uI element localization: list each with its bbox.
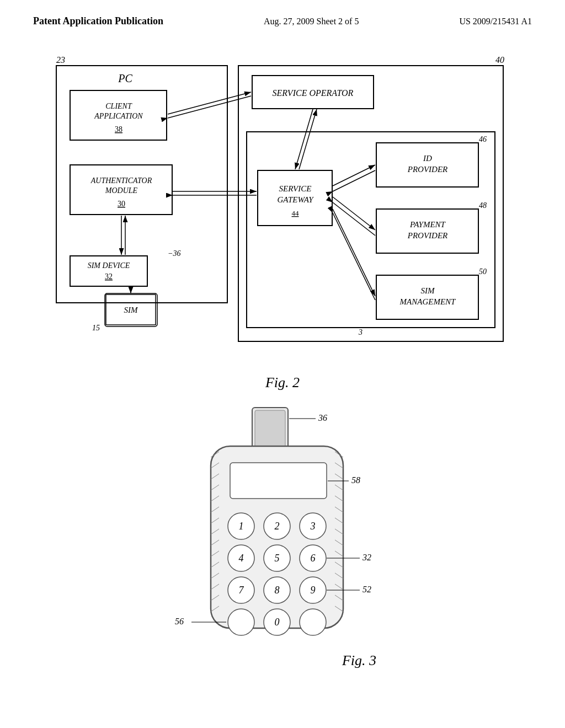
svg-text:56: 56: [175, 617, 184, 626]
svg-text:50: 50: [479, 267, 487, 276]
svg-text:AUTHENTICATOR: AUTHENTICATOR: [90, 176, 152, 185]
svg-text:23: 23: [56, 55, 65, 65]
svg-text:52: 52: [363, 585, 371, 594]
svg-text:1: 1: [239, 521, 244, 532]
publication-date: Aug. 27, 2009 Sheet 2 of 5: [264, 17, 359, 26]
svg-text:APPLICATION: APPLICATION: [94, 112, 143, 120]
svg-text:40: 40: [495, 55, 504, 65]
svg-rect-94: [230, 463, 327, 499]
svg-text:SIM DEVICE: SIM DEVICE: [88, 261, 130, 270]
svg-text:SERVICE OPERATOR: SERVICE OPERATOR: [273, 88, 354, 98]
publication-number: US 2009/215431 A1: [459, 17, 532, 26]
svg-text:36: 36: [318, 413, 327, 422]
svg-text:3: 3: [358, 328, 363, 336]
svg-text:30: 30: [118, 200, 125, 208]
svg-line-49: [333, 170, 375, 191]
page-header: Patent Application Publication Aug. 27, …: [0, 0, 565, 33]
svg-text:0: 0: [275, 617, 280, 628]
svg-text:32: 32: [105, 272, 113, 281]
fig2-diagram: PC 23 CLIENT APPLICATION 38 AUTHENTICATO…: [40, 49, 525, 369]
svg-line-53: [333, 213, 375, 300]
svg-text:PC: PC: [118, 72, 132, 84]
svg-text:48: 48: [479, 201, 487, 210]
svg-text:38: 38: [115, 125, 122, 133]
svg-line-46: [295, 109, 313, 169]
svg-text:44: 44: [292, 209, 300, 217]
fig3-label: Fig. 3: [342, 652, 376, 668]
svg-text:58: 58: [351, 475, 360, 485]
svg-text:46: 46: [479, 135, 487, 143]
fig2-label: Fig. 2: [33, 374, 532, 391]
svg-text:15: 15: [92, 324, 100, 332]
svg-rect-24: [247, 132, 495, 328]
svg-text:5: 5: [275, 553, 280, 564]
svg-line-48: [333, 165, 375, 186]
svg-rect-11: [70, 256, 147, 286]
svg-text:32: 32: [362, 553, 371, 562]
svg-line-51: [333, 202, 375, 235]
fig2-svg: PC 23 CLIENT APPLICATION 38 AUTHENTICATO…: [40, 49, 525, 369]
svg-text:7: 7: [239, 585, 244, 596]
svg-text:SIM: SIM: [421, 286, 435, 295]
svg-line-52: [333, 209, 375, 296]
svg-text:PAYMENT: PAYMENT: [409, 220, 446, 229]
svg-text:6: 6: [311, 553, 316, 564]
svg-text:MODULE: MODULE: [105, 186, 138, 195]
svg-text:MANAGEMENT: MANAGEMENT: [399, 297, 456, 306]
svg-point-118: [300, 609, 326, 635]
svg-text:8: 8: [275, 585, 280, 596]
svg-text:PROVIDER: PROVIDER: [407, 231, 447, 240]
fig3-diagram: 36: [145, 402, 420, 667]
svg-point-115: [228, 609, 254, 635]
svg-text:2: 2: [275, 521, 280, 532]
svg-text:3: 3: [310, 521, 316, 532]
fig3-svg: 36: [145, 402, 420, 667]
svg-text:4: 4: [239, 553, 244, 564]
publication-title: Patent Application Publication: [33, 15, 163, 27]
svg-text:SERVICE: SERVICE: [279, 184, 312, 193]
main-content: PC 23 CLIENT APPLICATION 38 AUTHENTICATO…: [0, 33, 565, 683]
svg-text:−36: −36: [168, 249, 180, 258]
svg-text:SIM: SIM: [124, 306, 138, 314]
svg-text:PROVIDER: PROVIDER: [407, 165, 447, 174]
svg-line-47: [299, 109, 317, 169]
svg-text:ID: ID: [423, 154, 432, 163]
svg-text:CLIENT: CLIENT: [105, 102, 132, 110]
svg-text:GATEWAY: GATEWAY: [277, 195, 314, 204]
svg-text:9: 9: [311, 585, 316, 596]
